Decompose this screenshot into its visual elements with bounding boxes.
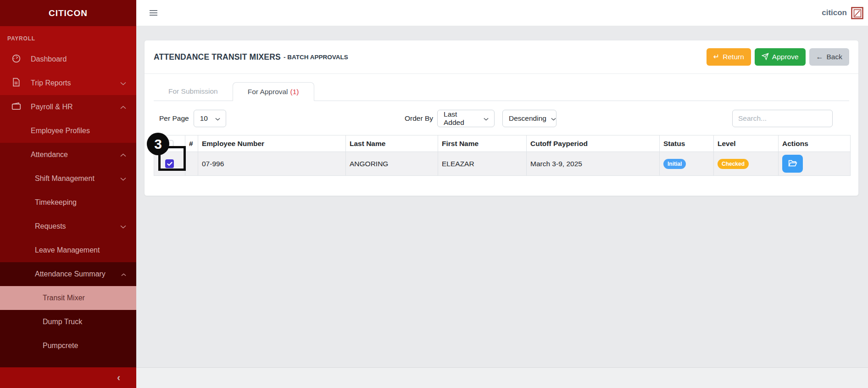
page-subtitle: - BATCH APPROVALS — [284, 54, 348, 61]
sidebar-item-leave-management[interactable]: Leave Management — [0, 238, 136, 262]
per-page-label: Per Page — [159, 114, 189, 123]
cell-first-name: ELEAZAR — [438, 152, 527, 176]
sidebar-collapse-icon[interactable]: ‹ — [117, 373, 120, 383]
chevron-down-icon — [551, 114, 556, 123]
sidebar-section-payroll: PAYROLL Dashboard Trip Reports — [0, 26, 136, 95]
sidebar-item-attendance-summary[interactable]: Attendance Summary — [0, 262, 136, 286]
cell-row-number — [185, 152, 198, 176]
column-header-number: # — [185, 135, 198, 152]
sidebar-item-shift-management[interactable]: Shift Management — [0, 167, 136, 191]
sidebar-section-label: PAYROLL — [0, 35, 136, 47]
send-icon — [762, 53, 769, 62]
chevron-up-icon — [120, 151, 126, 159]
hamburger-menu-icon[interactable] — [150, 9, 157, 17]
citicon-logo-icon — [851, 7, 863, 19]
tab-for-submission[interactable]: For Submission — [154, 82, 233, 101]
column-header-last-name: Last Name — [346, 135, 438, 152]
column-header-level: Level — [714, 135, 779, 152]
sidebar-item-trip-reports[interactable]: Trip Reports — [0, 71, 136, 95]
topbar: citicon — [136, 0, 868, 26]
sidebar-section-payroll-hr: Payroll & HR Employee Profiles — [0, 95, 136, 143]
sidebar-item-label: Trip Reports — [31, 79, 71, 87]
chevron-down-icon — [484, 114, 489, 123]
tab-count-badge: (1) — [290, 88, 299, 96]
cell-employee-number: 07-996 — [198, 152, 346, 176]
sidebar-section-attendance: Attendance Shift Management Timekeeping … — [0, 143, 136, 262]
sidebar-item-dashboard[interactable]: Dashboard — [0, 47, 136, 71]
sidebar-section-attendance-summary: Attendance Summary Transit Mixer Dump Tr… — [0, 262, 136, 367]
sidebar-item-label: Attendance Summary — [35, 270, 106, 278]
sidebar-item-label: Dump Truck — [43, 318, 82, 326]
sidebar-brand: CITICON — [49, 8, 88, 18]
sidebar-item-transit-mixer[interactable]: Transit Mixer — [0, 286, 136, 310]
sidebar-item-label: Requests — [35, 222, 66, 231]
column-header-employee-number: Employee Number — [198, 135, 346, 152]
sidebar-item-label: Attendance — [31, 151, 68, 159]
tab-for-approval[interactable]: For Approval (1) — [233, 82, 314, 101]
batch-approvals-card: ATTENDANCE TRANSIT MIXERS - BATCH APPROV… — [144, 40, 859, 196]
table-header-row: # Employee Number Last Name First Name C… — [154, 135, 851, 152]
page-title: ATTENDANCE TRANSIT MIXERS — [154, 52, 281, 62]
column-header-actions: Actions — [779, 135, 851, 152]
row-checkbox[interactable] — [165, 159, 174, 168]
cell-cutoff: March 3-9, 2025 — [527, 152, 660, 176]
sidebar-item-label: Employee Profiles — [31, 127, 90, 135]
sidebar-item-label: Payroll & HR — [31, 103, 73, 111]
select-all-checkbox[interactable] — [166, 140, 173, 148]
dashboard-icon — [11, 54, 21, 65]
sidebar-item-label: Timekeeping — [35, 198, 77, 207]
sidebar-item-dump-truck[interactable]: Dump Truck — [0, 310, 136, 334]
table-row: 07-996 ANGORING ELEAZAR March 3-9, 2025 … — [154, 152, 851, 176]
search-input[interactable] — [732, 110, 833, 127]
sidebar-footer: ‹ — [0, 367, 136, 388]
sidebar-item-label: Leave Management — [35, 246, 100, 254]
sidebar-item-label: Shift Management — [35, 174, 95, 183]
sidebar-item-requests[interactable]: Requests — [0, 214, 136, 238]
sidebar-item-timekeeping[interactable]: Timekeeping — [0, 191, 136, 214]
column-header-status: Status — [660, 135, 714, 152]
approvals-table: # Employee Number Last Name First Name C… — [154, 135, 851, 176]
status-badge: Initial — [663, 159, 686, 169]
sidebar-brand-header: CITICON — [0, 0, 136, 26]
sidebar-item-payroll-hr[interactable]: Payroll & HR — [0, 95, 136, 119]
column-header-cutoff: Cutoff Payperiod — [527, 135, 660, 152]
open-record-button[interactable] — [782, 155, 803, 173]
level-badge: Checked — [718, 159, 749, 169]
column-header-first-name: First Name — [438, 135, 527, 152]
content-footer — [136, 367, 868, 388]
tab-bar: For Submission For Approval (1) — [154, 82, 849, 101]
topbar-brand: citicon — [822, 8, 847, 17]
per-page-select[interactable]: 10 — [194, 110, 226, 127]
sidebar-item-attendance[interactable]: Attendance — [0, 143, 136, 167]
chevron-down-icon — [120, 222, 126, 231]
order-by-label: Order By — [405, 114, 433, 123]
return-button[interactable]: ↵ Return — [707, 48, 751, 66]
sidebar: CITICON PAYROLL Dashboard Trip Reports P… — [0, 0, 136, 388]
return-arrow-icon: ↵ — [713, 53, 719, 61]
sort-direction-select[interactable]: Descending — [502, 110, 556, 127]
sidebar-item-label: Transit Mixer — [43, 294, 85, 302]
main-content: ATTENDANCE TRANSIT MIXERS - BATCH APPROV… — [136, 26, 868, 367]
approve-button[interactable]: Approve — [755, 48, 806, 66]
chevron-down-icon — [120, 174, 126, 183]
chevron-down-icon — [120, 79, 126, 87]
sidebar-item-label: Pumpcrete — [43, 342, 78, 350]
open-folder-icon — [788, 159, 797, 169]
sidebar-item-pumpcrete[interactable]: Pumpcrete — [0, 334, 136, 358]
card-header: ATTENDANCE TRANSIT MIXERS - BATCH APPROV… — [145, 40, 858, 74]
chevron-up-icon — [121, 270, 126, 278]
approvals-table-wrap: # Employee Number Last Name First Name C… — [154, 135, 849, 176]
chevron-down-icon — [215, 114, 220, 123]
wallet-icon — [11, 102, 21, 112]
document-icon — [11, 78, 21, 89]
back-arrow-icon: ← — [816, 53, 823, 61]
sidebar-item-label: Dashboard — [31, 55, 67, 63]
sidebar-item-employee-profiles[interactable]: Employee Profiles — [0, 119, 136, 143]
table-controls: Per Page 10 Order By Last Added Descendi… — [154, 110, 849, 127]
order-by-select[interactable]: Last Added — [437, 110, 495, 127]
cell-last-name: ANGORING — [346, 152, 438, 176]
back-button[interactable]: ← Back — [809, 48, 849, 66]
check-icon — [167, 162, 172, 166]
chevron-up-icon — [120, 103, 126, 111]
